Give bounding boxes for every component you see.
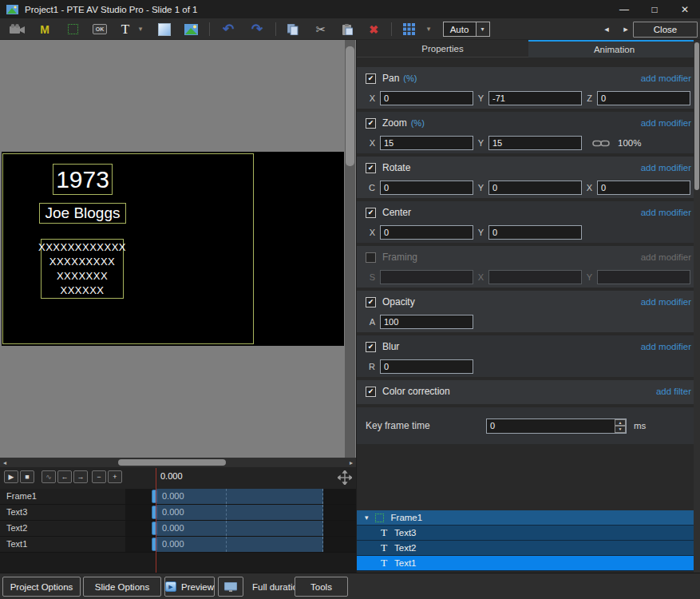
frame-object-icon bbox=[375, 514, 384, 522]
blur-checkbox[interactable]: ✔ bbox=[366, 342, 376, 352]
pan-add-modifier-link[interactable]: add modifier bbox=[641, 73, 691, 83]
stepper-down-icon[interactable]: ▼ bbox=[615, 426, 626, 433]
keyframe-time-input[interactable] bbox=[486, 419, 627, 434]
object-row-text1[interactable]: T Text1 bbox=[357, 556, 694, 571]
framing-y-input[interactable] bbox=[597, 270, 690, 284]
selection-tool-icon[interactable] bbox=[64, 18, 81, 40]
zoom-y-input[interactable] bbox=[488, 136, 582, 150]
collapse-chevron-icon[interactable]: ▾ bbox=[365, 514, 369, 522]
close-window-button[interactable]: ✕ bbox=[670, 0, 700, 18]
fullscreen-preview-button[interactable] bbox=[218, 577, 243, 597]
object-row-frame1[interactable]: ▾ Frame1 bbox=[357, 510, 694, 526]
video-camera-icon[interactable] bbox=[6, 18, 29, 40]
tab-properties[interactable]: Properties bbox=[357, 40, 528, 58]
zoom-out-button[interactable]: − bbox=[92, 470, 106, 483]
mask-tool-button[interactable]: M bbox=[35, 18, 54, 40]
pan-z-input[interactable] bbox=[597, 91, 690, 105]
play-button[interactable]: ▶ bbox=[4, 470, 18, 483]
tab-animation[interactable]: Animation bbox=[528, 40, 700, 58]
rotate-x-input[interactable] bbox=[597, 180, 690, 195]
auto-mode-value[interactable]: Auto bbox=[443, 22, 477, 37]
link-xy-icon[interactable] bbox=[592, 139, 610, 148]
zoom-add-modifier-link[interactable]: add modifier bbox=[641, 118, 691, 128]
opacity-a-input[interactable] bbox=[380, 315, 473, 329]
rotate-checkbox[interactable]: ✔ bbox=[366, 163, 376, 173]
stepper-up-icon[interactable]: ▲ bbox=[615, 419, 626, 426]
project-options-button[interactable]: Project Options bbox=[2, 577, 81, 597]
blur-r-input[interactable] bbox=[380, 359, 473, 374]
framing-checkbox[interactable] bbox=[366, 252, 376, 263]
keyframe-time-stepper[interactable]: ▲ ▼ bbox=[615, 419, 626, 433]
center-add-modifier-link[interactable]: add modifier bbox=[641, 208, 691, 217]
zoom-checkbox[interactable]: ✔ bbox=[366, 118, 376, 129]
zoom-x-input[interactable] bbox=[380, 136, 473, 150]
prev-keyframe-button[interactable]: ← bbox=[57, 470, 72, 483]
text-object-year[interactable]: 1973 bbox=[53, 164, 113, 195]
rotate-add-modifier-link[interactable]: add modifier bbox=[641, 163, 691, 173]
grid-icon[interactable] bbox=[399, 18, 418, 40]
timeline-row-text2[interactable]: Text2 0.000 bbox=[0, 521, 356, 537]
tools-button[interactable]: Tools bbox=[295, 577, 348, 597]
blur-add-modifier-link[interactable]: add modifier bbox=[641, 342, 691, 351]
text-tool-button[interactable]: T bbox=[118, 18, 132, 40]
copy-icon[interactable] bbox=[283, 18, 303, 40]
center-x-input[interactable] bbox=[380, 225, 473, 240]
auto-mode-select[interactable]: Auto ▾ bbox=[442, 18, 490, 40]
maximize-button[interactable]: □ bbox=[639, 0, 670, 18]
next-keyframe-button[interactable]: → bbox=[73, 470, 88, 483]
preview-vertical-scrollbar[interactable] bbox=[345, 40, 355, 458]
paste-icon[interactable] bbox=[338, 18, 357, 40]
panel-vertical-scrollbar[interactable] bbox=[694, 40, 700, 573]
text-object-name[interactable]: Joe Bloggs bbox=[39, 203, 126, 224]
add-filter-link[interactable]: add filter bbox=[656, 387, 691, 396]
prev-slide-button[interactable]: ◂ bbox=[600, 18, 613, 40]
framing-x-input[interactable] bbox=[488, 270, 582, 284]
scrollbar-thumb[interactable] bbox=[118, 459, 226, 466]
framing-add-modifier-link[interactable]: add modifier bbox=[641, 252, 691, 262]
zoom-in-button[interactable]: + bbox=[108, 470, 122, 483]
center-y-input[interactable] bbox=[488, 225, 582, 240]
slide-canvas[interactable]: 1973 Joe Bloggs XXXXXXXXXXXX XXXXXXXXX X… bbox=[2, 152, 344, 346]
text-object-block[interactable]: XXXXXXXXXXXX XXXXXXXXX XXXXXXX XXXXXX bbox=[41, 239, 124, 299]
rotate-c-input[interactable] bbox=[380, 180, 473, 195]
slide-preview-area[interactable]: 1973 Joe Bloggs XXXXXXXXXXXX XXXXXXXXX X… bbox=[0, 40, 356, 458]
timeline-row-frame1[interactable]: Frame1 0.000 bbox=[0, 489, 356, 505]
section-zoom: ✔ Zoom (%) add modifier X Y bbox=[357, 112, 700, 153]
add-frame-icon[interactable] bbox=[156, 18, 173, 40]
close-editor-button[interactable]: Close bbox=[633, 22, 698, 38]
waveform-button[interactable]: ∿ bbox=[42, 470, 56, 483]
scroll-right-icon[interactable]: ▸ bbox=[346, 458, 356, 467]
pan-view-icon[interactable] bbox=[338, 470, 352, 487]
grid-dropdown-icon[interactable]: ▾ bbox=[423, 18, 434, 40]
next-slide-button[interactable]: ▸ bbox=[619, 18, 632, 40]
framing-s-input[interactable] bbox=[380, 270, 473, 284]
text-tool-dropdown-icon[interactable]: ▾ bbox=[136, 18, 145, 40]
center-checkbox[interactable]: ✔ bbox=[366, 208, 376, 218]
button-object-icon[interactable]: OK bbox=[89, 18, 110, 40]
opacity-checkbox[interactable]: ✔ bbox=[366, 297, 376, 307]
opacity-add-modifier-link[interactable]: add modifier bbox=[641, 297, 691, 307]
pan-checkbox[interactable]: ✔ bbox=[366, 73, 376, 84]
object-row-text2[interactable]: T Text2 bbox=[357, 541, 694, 556]
pan-x-input[interactable] bbox=[380, 91, 473, 105]
add-image-icon[interactable] bbox=[182, 18, 200, 40]
pan-y-input[interactable] bbox=[488, 91, 582, 105]
timeline-row-text1[interactable]: Text1 0.000 bbox=[0, 537, 356, 553]
delete-icon[interactable]: ✖ bbox=[364, 18, 383, 40]
stop-button[interactable]: ■ bbox=[20, 470, 34, 483]
color-correction-checkbox[interactable]: ✔ bbox=[366, 387, 376, 397]
screen-icon bbox=[224, 582, 237, 592]
preview-button[interactable]: ▶ Preview bbox=[164, 577, 215, 597]
rotate-y-input[interactable] bbox=[488, 180, 582, 195]
cut-icon[interactable]: ✂ bbox=[311, 18, 330, 40]
playhead-line[interactable] bbox=[156, 468, 156, 573]
slide-options-button[interactable]: Slide Options bbox=[83, 577, 161, 597]
auto-mode-dropdown-icon[interactable]: ▾ bbox=[477, 22, 490, 37]
object-row-text3[interactable]: T Text3 bbox=[357, 526, 694, 541]
scroll-left-icon[interactable]: ◂ bbox=[0, 458, 10, 467]
redo-icon[interactable]: ↷ bbox=[247, 18, 267, 40]
timeline-row-text3[interactable]: Text3 0.000 bbox=[0, 505, 356, 521]
minimize-button[interactable]: — bbox=[609, 0, 639, 18]
undo-icon[interactable]: ↶ bbox=[219, 18, 238, 40]
timeline-horizontal-scrollbar[interactable]: ◂ ▸ bbox=[0, 458, 356, 467]
